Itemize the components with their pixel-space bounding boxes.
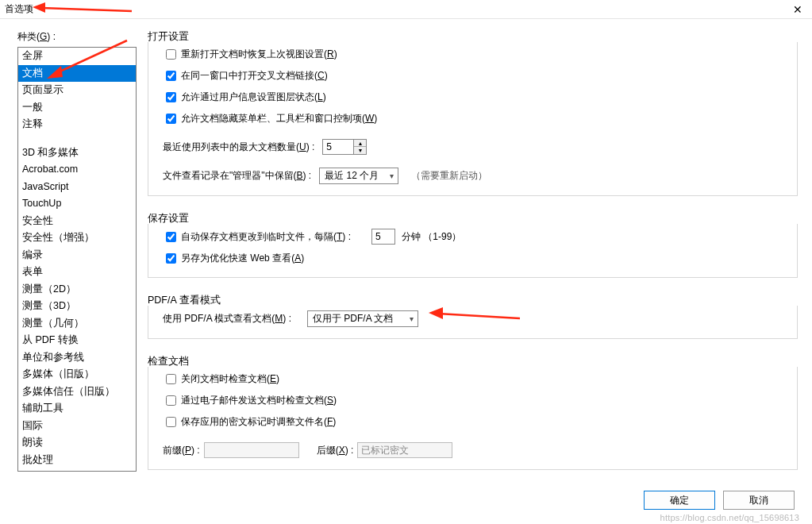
- history-label: 文件查看记录在"管理器"中保留(B) :: [163, 169, 311, 183]
- annotation-arrow: [44, 36, 131, 83]
- svg-line-2: [55, 40, 127, 74]
- restore-view-checkbox[interactable]: [166, 49, 176, 60]
- hide-menu-label: 允许文档隐藏菜单栏、工具栏和窗口控制项(W): [181, 112, 377, 125]
- redact-check-checkbox[interactable]: [166, 417, 176, 427]
- hide-menu-checkbox[interactable]: [166, 114, 176, 124]
- list-item[interactable]: 页面显示: [18, 82, 136, 99]
- list-item[interactable]: 安全性（增强）: [18, 229, 136, 247]
- list-item[interactable]: 辅助工具: [18, 400, 136, 418]
- list-item[interactable]: 测量（2D）: [18, 281, 136, 299]
- close-check-label: 关闭文档时检查文档(E): [181, 372, 279, 386]
- watermark: https://blog.csdn.net/qq_15698613: [660, 513, 799, 522]
- list-item[interactable]: 测量（3D）: [18, 298, 136, 315]
- list-item[interactable]: TouchUp: [18, 195, 136, 213]
- max-docs-label: 最近使用列表中的最大文档数量(U) :: [163, 141, 314, 154]
- list-item[interactable]: 拼写检查: [18, 468, 136, 472]
- list-item[interactable]: JavaScript: [18, 179, 136, 196]
- redact-check-label: 保存应用的密文标记时调整文件名(F): [181, 415, 336, 429]
- window-title: 首选项: [5, 2, 33, 16]
- list-item[interactable]: 注释: [18, 116, 136, 133]
- cancel-button[interactable]: 取消: [723, 491, 795, 510]
- svg-marker-3: [47, 66, 63, 79]
- layer-state-label: 允许通过用户信息设置图层状态(L): [181, 91, 326, 104]
- list-item[interactable]: Acrobat.com: [18, 161, 136, 179]
- list-item[interactable]: 多媒体信任（旧版）: [18, 383, 136, 401]
- list-item[interactable]: 国际: [18, 418, 136, 435]
- restore-view-label: 重新打开文档时恢复上次视图设置(R): [181, 48, 337, 61]
- prefix-input[interactable]: [204, 442, 299, 458]
- list-item[interactable]: 测量（几何）: [18, 315, 136, 333]
- svg-line-0: [42, 8, 132, 11]
- annotation-arrow: [33, 0, 136, 16]
- list-item[interactable]: 朗读: [18, 434, 136, 452]
- suffix-label: 后缀(X) :: [317, 444, 354, 457]
- list-item[interactable]: 从 PDF 转换: [18, 332, 136, 349]
- close-icon[interactable]: ✕: [788, 4, 807, 15]
- list-item[interactable]: 单位和参考线: [18, 349, 136, 367]
- same-window-checkbox[interactable]: [166, 71, 176, 81]
- list-item[interactable]: 多媒体（旧版）: [18, 366, 136, 383]
- fastweb-label: 另存为优化快速 Web 查看(A): [181, 252, 304, 265]
- pdfa-label: 使用 PDF/A 模式查看文档(M) :: [163, 312, 291, 326]
- email-check-checkbox[interactable]: [166, 395, 176, 406]
- close-check-checkbox[interactable]: [166, 374, 176, 384]
- ok-button[interactable]: 确定: [644, 491, 715, 510]
- list-item[interactable]: 批处理: [18, 452, 136, 469]
- suffix-input[interactable]: [357, 442, 452, 458]
- autosave-label: 自动保存文档更改到临时文件，每隔(T) :: [181, 230, 351, 244]
- autosave-unit: 分钟 （1-99）: [402, 230, 461, 244]
- list-item[interactable]: 编录: [18, 247, 136, 264]
- max-docs-spinner[interactable]: ▲▼: [353, 139, 367, 155]
- max-docs-input[interactable]: [322, 139, 354, 155]
- list-item[interactable]: 一般: [18, 99, 136, 117]
- pdfa-select[interactable]: 仅用于 PDF/A 文档: [307, 310, 418, 327]
- same-window-label: 在同一窗口中打开交叉文档链接(C): [181, 69, 328, 83]
- history-hint: （需要重新启动）: [411, 169, 487, 183]
- list-item[interactable]: 安全性: [18, 213, 136, 230]
- layer-state-checkbox[interactable]: [166, 92, 176, 102]
- email-check-label: 通过电子邮件发送文档时检查文档(S): [181, 394, 337, 407]
- fastweb-checkbox[interactable]: [166, 253, 176, 264]
- list-item[interactable]: 表单: [18, 264, 136, 281]
- spinner-up-icon: ▲: [354, 140, 366, 147]
- spinner-down-icon: ▼: [354, 147, 366, 154]
- autosave-input[interactable]: [371, 229, 395, 245]
- svg-line-4: [438, 314, 520, 318]
- autosave-checkbox[interactable]: [166, 232, 176, 242]
- prefix-label: 前缀(P) :: [163, 444, 200, 457]
- svg-marker-5: [429, 307, 443, 319]
- annotation-arrow: [429, 304, 524, 325]
- list-item[interactable]: 3D 和多媒体: [18, 144, 136, 162]
- history-select[interactable]: 最近 12 个月: [319, 168, 398, 184]
- svg-marker-1: [33, 2, 45, 13]
- category-listbox[interactable]: 全屏文档页面显示一般注释3D 和多媒体Acrobat.comJavaScript…: [17, 47, 137, 472]
